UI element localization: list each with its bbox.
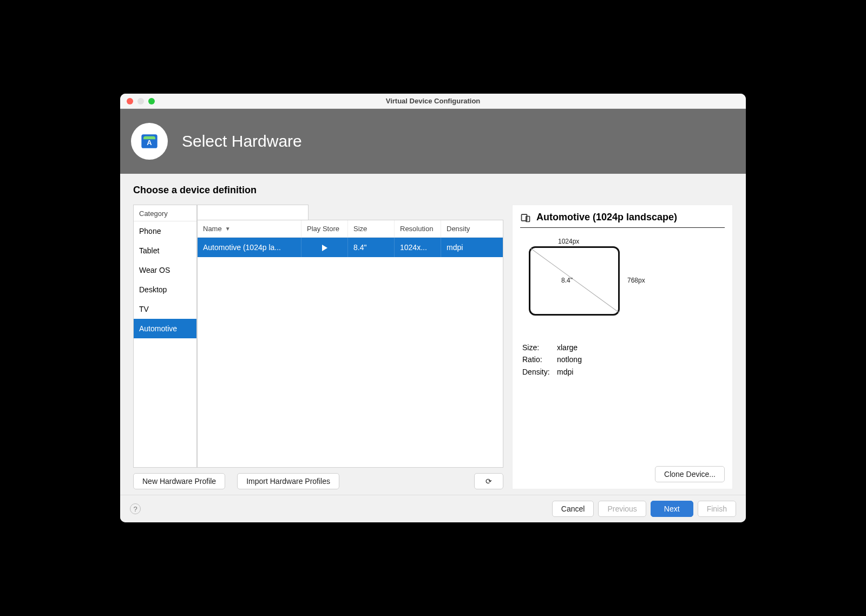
preview-details: Size:xlarge Ratio:notlong Density:mdpi (522, 342, 725, 378)
col-resolution[interactable]: Resolution (395, 220, 441, 237)
cell-size: 8.4" (348, 238, 395, 257)
titlebar: Virtual Device Configuration (120, 94, 746, 109)
diagonal-label: 8.4" (561, 277, 573, 284)
density-value: mdpi (557, 366, 573, 378)
devices-icon (520, 212, 531, 223)
page-header: A Select Hardware (120, 109, 746, 174)
dialog-window: Virtual Device Configuration A Select Ha… (120, 94, 746, 522)
android-studio-icon: A (131, 123, 168, 160)
col-size[interactable]: Size (348, 220, 395, 237)
next-button[interactable]: Next (651, 501, 693, 517)
sort-icon: ▼ (225, 226, 231, 232)
content-area: Choose a device definition Category Phon… (120, 174, 746, 495)
table-header: Name ▼ Play Store Size Resolution Densit… (198, 220, 503, 238)
cell-name: Automotive (1024p la... (198, 238, 301, 257)
category-list: Category Phone Tablet Wear OS Desktop TV… (133, 205, 197, 468)
cancel-button[interactable]: Cancel (552, 501, 594, 517)
category-tablet[interactable]: Tablet (134, 241, 196, 260)
size-value: xlarge (557, 342, 578, 353)
dialog-footer: ? Cancel Previous Next Finish (120, 495, 746, 522)
previous-button[interactable]: Previous (598, 501, 646, 517)
category-phone[interactable]: Phone (134, 221, 196, 241)
category-tv[interactable]: TV (134, 299, 196, 319)
dimensions-diagram: 1024px 8.4" 768px (524, 241, 720, 333)
size-key: Size: (522, 342, 557, 353)
col-name[interactable]: Name ▼ (198, 220, 301, 237)
cell-density: mdpi (441, 238, 484, 257)
new-hardware-profile-button[interactable]: New Hardware Profile (133, 473, 225, 489)
category-header: Category (134, 205, 196, 221)
import-hardware-profiles-button[interactable]: Import Hardware Profiles (237, 473, 339, 489)
ratio-key: Ratio: (522, 353, 557, 365)
category-automotive[interactable]: Automotive (134, 319, 196, 338)
table-row[interactable]: Automotive (1024p la... 8.4" 1024x... md… (198, 238, 503, 257)
refresh-button[interactable]: ⟳ (474, 473, 503, 489)
category-desktop[interactable]: Desktop (134, 280, 196, 299)
finish-button[interactable]: Finish (698, 501, 736, 517)
cell-play (301, 238, 348, 257)
category-wear-os[interactable]: Wear OS (134, 260, 196, 280)
density-key: Density: (522, 366, 557, 378)
cell-resolution: 1024x... (395, 238, 441, 257)
refresh-icon: ⟳ (486, 477, 492, 486)
window-title: Virtual Device Configuration (120, 97, 746, 105)
height-label: 768px (627, 277, 645, 284)
col-play-store[interactable]: Play Store (301, 220, 348, 237)
svg-text:A: A (147, 139, 152, 147)
help-button[interactable]: ? (130, 503, 141, 514)
col-name-label: Name (203, 225, 222, 233)
ratio-value: notlong (557, 353, 582, 365)
device-preview-panel: Automotive (1024p landscape) 1024px 8.4"… (512, 205, 733, 489)
play-store-icon (322, 245, 327, 251)
search-input[interactable] (197, 205, 309, 220)
width-label: 1024px (558, 238, 579, 245)
device-table: Name ▼ Play Store Size Resolution Densit… (197, 220, 503, 468)
col-density[interactable]: Density (441, 220, 484, 237)
preview-title: Automotive (1024p landscape) (536, 212, 677, 223)
clone-device-button[interactable]: Clone Device... (655, 466, 725, 482)
section-title: Choose a device definition (133, 185, 733, 196)
page-title: Select Hardware (182, 132, 302, 150)
